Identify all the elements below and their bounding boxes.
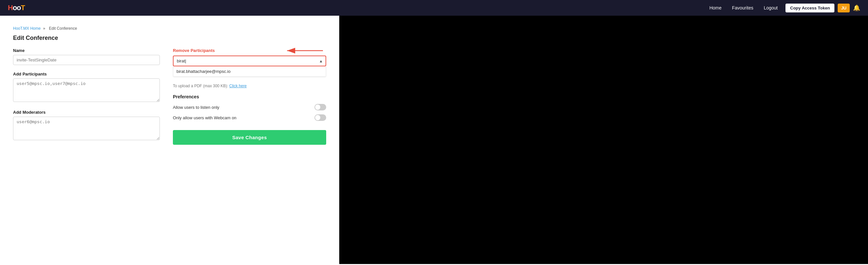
- page-wrapper: HooT.MX Home » Edit Conference Edit Conf…: [0, 16, 868, 264]
- navbar: HooT Home Favourites Logout Copy Access …: [0, 0, 868, 16]
- add-moderators-group: Add Moderators: [13, 110, 160, 141]
- pref-webcam-label: Only allow users with Webcam on: [173, 115, 237, 120]
- breadcrumb-home[interactable]: HooT.MX Home: [13, 26, 41, 31]
- pref-row-webcam: Only allow users with Webcam on: [173, 114, 326, 121]
- upload-link[interactable]: Click here: [229, 84, 247, 88]
- remove-participants-group: Remove Participants ▲ birat.bhattacharje…: [173, 48, 326, 77]
- dropdown-list: birat.bhattacharjee@mpsc.io: [173, 66, 326, 77]
- name-label: Name: [13, 48, 160, 53]
- save-changes-button[interactable]: Save Changes: [173, 130, 326, 145]
- form-columns: Name Add Participants Add Moderators: [13, 48, 326, 148]
- nav-home[interactable]: Home: [710, 5, 721, 10]
- logo: HooT: [8, 4, 25, 12]
- nav-favourites[interactable]: Favourites: [732, 5, 753, 10]
- main-content: HooT.MX Home » Edit Conference Edit Conf…: [0, 16, 339, 264]
- preferences-group: Preferences Allow users to listen only O…: [173, 94, 326, 121]
- left-column: Name Add Participants Add Moderators: [13, 48, 160, 148]
- right-column: Remove Participants ▲ birat.bhattacharje…: [173, 48, 326, 145]
- breadcrumb-separator: »: [43, 26, 45, 31]
- breadcrumb-current: Edit Conference: [49, 26, 77, 31]
- remove-participants-input[interactable]: [173, 56, 326, 66]
- add-participants-group: Add Participants: [13, 72, 160, 103]
- pref-webcam-toggle[interactable]: [314, 114, 326, 121]
- remove-participants-dropdown-wrapper: ▲: [173, 56, 326, 66]
- name-input[interactable]: [13, 55, 160, 65]
- upload-line: To upload a PDF (max 300 KB): Click here: [173, 84, 326, 88]
- upload-text: To upload a PDF (max 300 KB):: [173, 84, 228, 88]
- bell-icon-button[interactable]: 🔔: [853, 4, 860, 11]
- remove-participants-label: Remove Participants: [173, 48, 326, 53]
- page-title: Edit Conference: [13, 35, 326, 42]
- pref-listen-toggle[interactable]: [314, 104, 326, 110]
- copy-access-token-button[interactable]: Copy Access Token: [785, 4, 834, 12]
- navbar-links: Home Favourites Logout: [710, 5, 778, 10]
- name-field-group: Name: [13, 48, 160, 65]
- avatar-button[interactable]: JU: [838, 4, 850, 12]
- breadcrumb: HooT.MX Home » Edit Conference: [13, 26, 326, 31]
- add-participants-label: Add Participants: [13, 72, 160, 76]
- dropdown-item[interactable]: birat.bhattacharjee@mpsc.io: [173, 66, 326, 77]
- preferences-title: Preferences: [173, 94, 326, 99]
- add-moderators-label: Add Moderators: [13, 110, 160, 115]
- pref-listen-label: Allow users to listen only: [173, 105, 219, 110]
- nav-logout[interactable]: Logout: [764, 5, 778, 10]
- pref-row-listen: Allow users to listen only: [173, 104, 326, 110]
- add-participants-input[interactable]: [13, 78, 160, 102]
- right-black-area: [339, 16, 868, 264]
- add-moderators-input[interactable]: [13, 117, 160, 140]
